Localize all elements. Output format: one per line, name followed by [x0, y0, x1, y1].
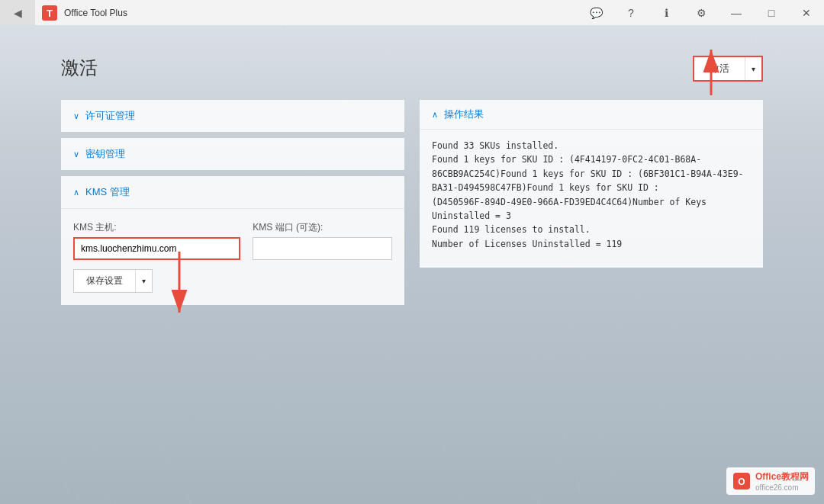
result-body: Found 33 SKUs installed.Found 1 keys for…	[420, 130, 763, 260]
save-button[interactable]: 保存设置	[74, 270, 135, 292]
key-title: 密钥管理	[85, 147, 125, 161]
right-column: ∧ 操作结果 Found 33 SKUs installed.Found 1 k…	[420, 100, 763, 311]
key-section: ∨ 密钥管理	[61, 138, 404, 170]
back-button[interactable]: ◀	[0, 0, 35, 25]
titlebar-icons: 💬 ? ℹ ⚙ — □ ✕	[578, 0, 824, 25]
license-header[interactable]: ∨ 许可证管理	[61, 100, 404, 132]
port-field-group: KMS 端口 (可选):	[253, 221, 392, 260]
host-field-group: KMS 主机:	[73, 221, 240, 260]
activate-button[interactable]: 激活	[694, 57, 745, 80]
kms-chevron: ∧	[73, 188, 79, 197]
watermark: O Office教程网 office26.com	[726, 467, 815, 495]
key-header[interactable]: ∨ 密钥管理	[61, 138, 404, 170]
help-icon[interactable]: ?	[613, 0, 649, 25]
chat-icon[interactable]: 💬	[578, 0, 613, 25]
watermark-url: office26.com	[755, 483, 809, 492]
activate-button-group: 激活 ▾	[693, 56, 763, 82]
save-button-group: 保存设置 ▾	[73, 269, 153, 293]
port-label: KMS 端口 (可选):	[253, 221, 392, 234]
page-header: 激活 激活 ▾	[61, 56, 763, 82]
titlebar: ◀ T Office Tool Plus 💬 ? ℹ ⚙ — □ ✕	[0, 0, 824, 25]
left-column: ∨ 许可证管理 ∨ 密钥管理 ∧ KMS 管理	[61, 100, 404, 311]
save-dropdown-arrow[interactable]: ▾	[135, 270, 152, 292]
main-content: 激活 激活 ▾ ∨ 许可证管理 ∨ 密钥管理	[0, 25, 824, 504]
kms-title: KMS 管理	[85, 185, 130, 199]
content-columns: ∨ 许可证管理 ∨ 密钥管理 ∧ KMS 管理	[61, 100, 763, 311]
maximize-button[interactable]: □	[754, 0, 789, 25]
result-text: Found 33 SKUs installed.Found 1 keys for…	[432, 139, 751, 251]
svg-text:T: T	[47, 8, 53, 19]
license-chevron: ∨	[73, 111, 79, 121]
license-section: ∨ 许可证管理	[61, 100, 404, 132]
kms-port-input[interactable]	[253, 237, 392, 260]
kms-fields: KMS 主机: KMS 端口 (可选):	[73, 221, 392, 260]
minimize-button[interactable]: —	[719, 0, 754, 25]
activate-dropdown-arrow[interactable]: ▾	[745, 57, 761, 80]
kms-header[interactable]: ∧ KMS 管理	[61, 176, 404, 209]
host-label: KMS 主机:	[73, 221, 240, 234]
result-chevron: ∧	[432, 110, 438, 120]
svg-text:O: O	[738, 477, 745, 487]
key-chevron: ∨	[73, 149, 79, 159]
result-header: ∧ 操作结果	[420, 100, 763, 130]
watermark-title: Office教程网	[755, 470, 809, 483]
app-title: Office Tool Plus	[64, 8, 578, 18]
kms-section: ∧ KMS 管理 KMS 主机: KMS 端口 (可选):	[61, 176, 404, 305]
close-button[interactable]: ✕	[789, 0, 824, 25]
app-logo: T	[38, 2, 61, 24]
license-title: 许可证管理	[85, 109, 135, 123]
result-panel: ∧ 操作结果 Found 33 SKUs installed.Found 1 k…	[420, 100, 763, 268]
kms-host-input[interactable]	[73, 237, 240, 260]
kms-body: KMS 主机: KMS 端口 (可选): 保存设置 ▾	[61, 209, 404, 305]
info-icon[interactable]: ℹ	[649, 0, 684, 25]
result-title: 操作结果	[444, 108, 484, 121]
settings-icon[interactable]: ⚙	[684, 0, 719, 25]
page-title: 激活	[61, 56, 98, 80]
